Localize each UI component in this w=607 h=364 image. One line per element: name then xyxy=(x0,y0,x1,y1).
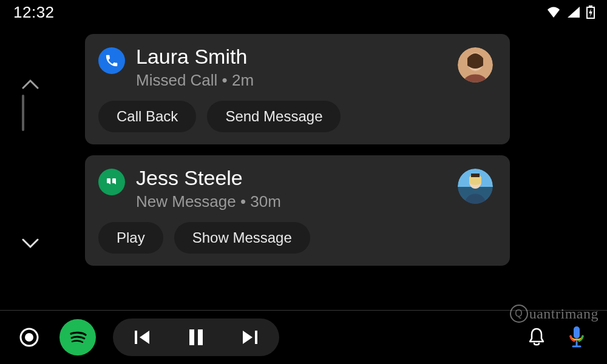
media-controls xyxy=(113,318,279,356)
scroll-indicator xyxy=(18,79,42,249)
spotify-icon[interactable] xyxy=(59,319,96,356)
play-message-button[interactable]: Play xyxy=(98,222,163,254)
next-track-button[interactable] xyxy=(240,329,259,346)
notification-title: Jess Steele xyxy=(136,166,447,190)
svg-point-13 xyxy=(25,333,33,342)
cellular-icon xyxy=(567,6,580,18)
battery-icon xyxy=(586,5,595,19)
send-message-button[interactable]: Send Message xyxy=(207,101,341,132)
contact-avatar xyxy=(458,169,493,204)
show-message-button[interactable]: Show Message xyxy=(174,222,310,254)
svg-rect-11 xyxy=(471,174,480,177)
home-button[interactable] xyxy=(17,325,41,349)
hangouts-icon xyxy=(98,169,125,195)
notification-subtitle: Missed Call • 2m xyxy=(136,71,447,90)
notification-title: Laura Smith xyxy=(136,45,447,69)
scroll-track xyxy=(22,95,24,131)
svg-rect-19 xyxy=(574,326,580,339)
pause-button[interactable] xyxy=(188,328,204,346)
scroll-up-button[interactable] xyxy=(22,79,39,131)
svg-rect-16 xyxy=(189,329,194,345)
notification-subtitle: New Message • 30m xyxy=(136,192,447,211)
phone-icon xyxy=(98,47,125,74)
call-back-button[interactable]: Call Back xyxy=(98,101,196,132)
svg-rect-17 xyxy=(198,329,203,345)
notification-list: Laura Smith Missed Call • 2m Call Back S… xyxy=(85,34,510,266)
status-bar: 12:32 xyxy=(0,0,607,24)
notifications-button[interactable] xyxy=(523,324,550,351)
wifi-icon xyxy=(546,6,561,18)
voice-assistant-button[interactable] xyxy=(563,324,590,351)
notification-card-new-message[interactable]: Jess Steele New Message • 30m Play Show … xyxy=(85,155,510,266)
clock: 12:32 xyxy=(13,3,55,22)
scroll-down-button[interactable] xyxy=(22,238,39,249)
status-icons xyxy=(546,5,595,19)
notification-card-missed-call[interactable]: Laura Smith Missed Call • 2m Call Back S… xyxy=(85,34,510,144)
previous-track-button[interactable] xyxy=(134,329,152,346)
svg-rect-18 xyxy=(255,331,257,344)
svg-rect-15 xyxy=(135,331,137,344)
contact-avatar xyxy=(458,47,493,83)
bottom-bar xyxy=(0,311,607,364)
